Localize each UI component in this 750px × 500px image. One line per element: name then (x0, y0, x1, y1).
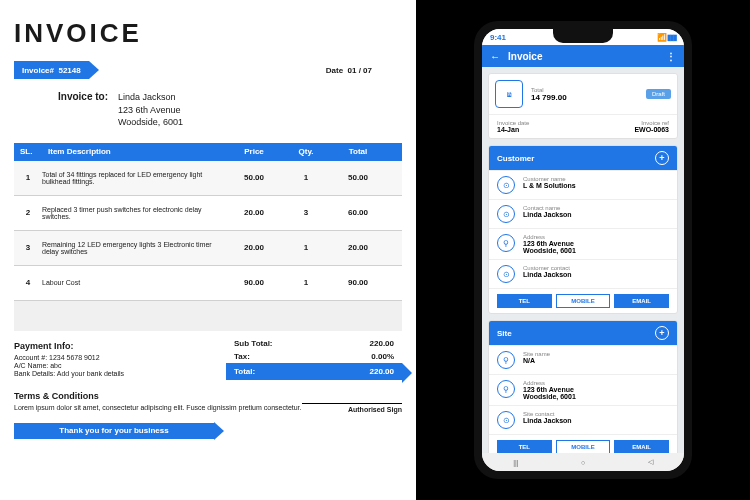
document-icon: 🗎 (495, 80, 523, 108)
site-contact: Linda Jackson (523, 417, 572, 424)
terms-header: Terms & Conditions (14, 391, 402, 401)
invoice-number-label: Invoice# (22, 66, 54, 75)
back-icon[interactable]: ← (490, 51, 500, 62)
site-header: Site (497, 329, 512, 338)
invoice-date: 14-Jan (497, 126, 583, 133)
customer-name: L & M Solutions (523, 182, 576, 189)
status-icons: 📶 ▮▮▮ (657, 33, 676, 42)
pin-icon: ⚲ (497, 380, 515, 398)
subtotal-label: Sub Total: (234, 339, 370, 348)
thank-you-bar: Thank you for your business (14, 423, 214, 439)
table-row: 2Replaced 3 timer push switches for elec… (14, 196, 402, 231)
person-icon: ⊙ (497, 176, 515, 194)
customer-card: Customer+ ⊙Customer nameL & M Solutions … (488, 145, 678, 314)
email-button[interactable]: EMAIL (614, 440, 669, 453)
table-row: 1Total of 34 fittings replaced for LED e… (14, 161, 402, 196)
invoice-ref: EWO-0063 (583, 126, 669, 133)
app-bar: ← Invoice ⋮ (482, 45, 684, 67)
add-customer-icon[interactable]: + (655, 151, 669, 165)
bill-to-name: Linda Jackson (118, 91, 183, 104)
customer-header: Customer (497, 154, 534, 163)
tax: 0.00% (371, 352, 394, 361)
android-navbar: ||| ○ ◁ (482, 453, 684, 471)
site-card: Site+ ⚲Site nameN/A ⚲Address123 6th Aven… (488, 320, 678, 453)
app-title: Invoice (508, 51, 542, 62)
invoice-to-label: Invoice to: (58, 91, 108, 129)
tel-button[interactable]: TEL (497, 440, 552, 453)
date-value: 01 / 07 (348, 66, 372, 75)
col-qty: Qty. (280, 147, 332, 156)
menu-icon[interactable]: ⋮ (666, 51, 676, 62)
table-row: 3Remaining 12 LED emergency lights 3 Ele… (14, 231, 402, 266)
email-button[interactable]: EMAIL (614, 294, 669, 308)
empty-row (14, 301, 402, 331)
draft-badge: Draft (646, 89, 671, 99)
tax-label: Tax: (234, 352, 371, 361)
phone-frame: 9:41 📶 ▮▮▮ ← Invoice ⋮ 🗎 Total 14 799.00 (474, 21, 692, 479)
site-name: N/A (523, 357, 550, 364)
invoice-to: Invoice to: Linda Jackson 123 6th Avenue… (58, 91, 402, 129)
document-title: INVOICE (14, 18, 402, 49)
add-site-icon[interactable]: + (655, 326, 669, 340)
status-time: 9:41 (490, 33, 506, 42)
customer-contact: Linda Jackson (523, 271, 572, 278)
total-label: Total: (234, 367, 370, 376)
table-row: 4Labour Cost90.00190.00 (14, 266, 402, 301)
mobile-button[interactable]: MOBILE (556, 294, 611, 308)
phone-preview-area: 9:41 📶 ▮▮▮ ← Invoice ⋮ 🗎 Total 14 799.00 (416, 0, 750, 500)
table-header: SL. Item Description Price Qty. Total (14, 143, 402, 161)
pin-icon: ⚲ (497, 234, 515, 252)
signature-line: Authorised Sign (302, 403, 402, 413)
site-address: 123 6th Avenue Woodside, 6001 (523, 386, 576, 400)
mobile-button[interactable]: MOBILE (556, 440, 611, 453)
nav-home-icon[interactable]: ○ (581, 459, 585, 466)
invoice-header-bar: Invoice# 52148 Date 01 / 07 (14, 61, 402, 79)
col-price: Price (228, 147, 280, 156)
person-icon: ⊙ (497, 265, 515, 283)
nav-back-icon[interactable]: ◁ (648, 458, 653, 466)
total-value: 14 799.00 (531, 93, 567, 102)
date-label: Date (326, 66, 343, 75)
total: 220.00 (370, 367, 394, 376)
contact-name: Linda Jackson (523, 211, 572, 218)
bill-to-addr1: 123 6th Avenue (118, 104, 183, 117)
bill-to-addr2: Woodside, 6001 (118, 116, 183, 129)
col-sl: SL. (14, 147, 48, 156)
col-desc: Item Description (48, 147, 228, 156)
total-card: 🗎 Total 14 799.00 Draft Invoice date14-J… (488, 73, 678, 139)
invoice-document: INVOICE Invoice# 52148 Date 01 / 07 Invo… (0, 0, 416, 500)
pin-icon: ⚲ (497, 351, 515, 369)
nav-recent-icon[interactable]: ||| (513, 459, 518, 466)
invoice-number: 52148 (58, 66, 80, 75)
tel-button[interactable]: TEL (497, 294, 552, 308)
col-total: Total (332, 147, 384, 156)
customer-address: 123 6th Avenue Woodside, 6001 (523, 240, 576, 254)
subtotal: 220.00 (370, 339, 394, 348)
person-icon: ⊙ (497, 411, 515, 429)
person-icon: ⊙ (497, 205, 515, 223)
